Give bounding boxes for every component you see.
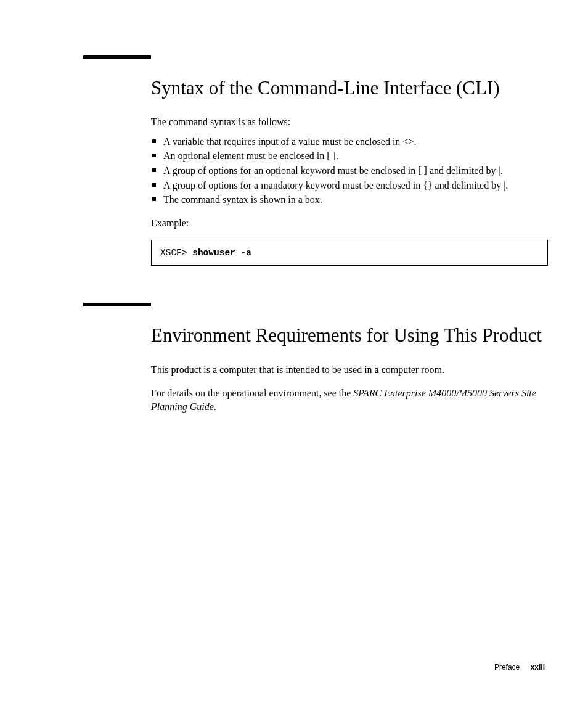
- code-example-box: XSCF> showuser -a: [151, 240, 548, 266]
- section-rule: [83, 55, 151, 59]
- heading-environment: Environment Requirements for Using This …: [151, 324, 548, 348]
- list-item: The command syntax is shown in a box.: [151, 193, 548, 207]
- heading-cli: Syntax of the Command-Line Interface (CL…: [151, 76, 548, 101]
- list-item: An optional element must be enclosed in …: [151, 149, 548, 163]
- footer-label: Preface: [494, 663, 520, 671]
- section-environment: Environment Requirements for Using This …: [83, 324, 548, 414]
- code-command: showuser -a: [192, 248, 251, 258]
- para-text-pre: For details on the operational environme…: [151, 388, 353, 398]
- section-rule: [83, 303, 151, 306]
- footer-page-number: xxiii: [531, 663, 545, 671]
- syntax-list: A variable that requires input of a valu…: [151, 135, 548, 207]
- env-para-1: This product is a computer that is inten…: [151, 363, 548, 377]
- list-item: A group of options for a mandatory keywo…: [151, 179, 548, 192]
- env-para-2: For details on the operational environme…: [151, 387, 548, 413]
- example-label: Example:: [151, 218, 548, 229]
- code-prompt: XSCF>: [160, 248, 192, 258]
- page-footer: Preface xxiii: [494, 663, 545, 671]
- list-item: A group of options for an optional keywo…: [151, 164, 548, 178]
- intro-text: The command syntax is as follows:: [151, 117, 548, 128]
- section-cli-syntax: Syntax of the Command-Line Interface (CL…: [83, 76, 548, 266]
- para-text-post: .: [214, 401, 216, 412]
- list-item: A variable that requires input of a valu…: [151, 135, 548, 149]
